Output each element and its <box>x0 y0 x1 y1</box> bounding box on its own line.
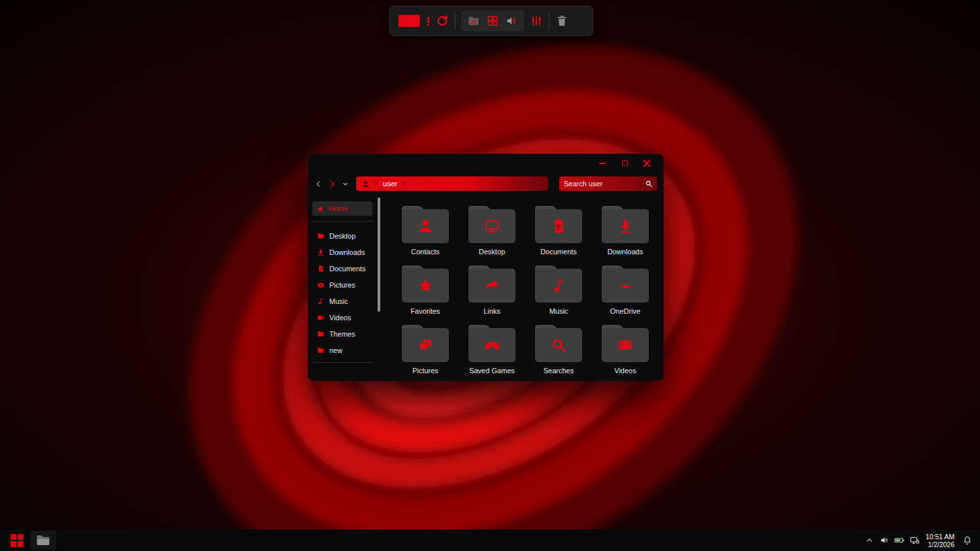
tray-battery-icon[interactable] <box>892 531 907 550</box>
download-icon <box>317 248 325 256</box>
sidebar-item-videos[interactable]: Videos <box>308 309 376 326</box>
folder-front <box>468 209 515 243</box>
sidebar: Home DesktopDownloadsDocumentsPicturesMu… <box>308 196 376 380</box>
folder-item-downloads[interactable]: Downloads <box>592 205 659 265</box>
folder-icon <box>468 328 515 362</box>
taskbar: 10:51 AM 1/2/2026 <box>0 529 980 551</box>
music-icon <box>550 277 567 294</box>
equalizer-icon[interactable] <box>530 14 543 27</box>
folder-front <box>602 209 649 243</box>
window-body: Home DesktopDownloadsDocumentsPicturesMu… <box>308 196 663 380</box>
breadcrumb-location[interactable]: user <box>383 180 397 188</box>
folder-chart-icon[interactable] <box>467 14 480 27</box>
tray-time: 10:51 AM <box>926 533 955 541</box>
folder-icon <box>317 232 325 240</box>
folder-label: Documents <box>540 248 577 256</box>
sidebar-item-label: Pictures <box>329 281 355 289</box>
camera-icon <box>317 281 325 289</box>
monitor-icon <box>483 218 500 235</box>
tray-network-display-icon[interactable] <box>907 531 922 550</box>
folder-front <box>468 269 515 303</box>
music-icon <box>317 297 325 305</box>
folder-icon <box>535 209 582 243</box>
address-bar[interactable]: user <box>356 176 548 191</box>
folder-icon <box>602 328 649 362</box>
sidebar-item-label: Downloads <box>329 248 365 256</box>
sidebar-items: DesktopDownloadsDocumentsPicturesMusicVi… <box>308 227 376 358</box>
folder-item-links[interactable]: Links <box>459 265 525 324</box>
windows-start-icon <box>10 534 24 547</box>
display-swatch-icon[interactable] <box>398 14 420 27</box>
sidebar-item-music[interactable]: Music <box>308 293 376 309</box>
maximize-button[interactable] <box>613 156 636 170</box>
folder-icon <box>468 209 515 243</box>
gamepad-icon <box>483 337 500 354</box>
folder-icon <box>402 209 449 243</box>
folder-icon <box>317 346 325 354</box>
folder-icon <box>35 533 51 548</box>
folder-item-desktop[interactable]: Desktop <box>459 205 525 265</box>
toolbar-divider <box>455 11 455 31</box>
toolbar-group <box>461 10 524 31</box>
search-box[interactable] <box>559 176 657 191</box>
folder-label: Searches <box>544 367 574 375</box>
folder-item-contacts[interactable]: Contacts <box>392 205 459 265</box>
sidebar-item-label: Videos <box>329 314 351 322</box>
tray-chevron-up-icon[interactable] <box>862 531 877 550</box>
windows-logo-icon[interactable] <box>486 14 499 27</box>
folder-front <box>535 269 582 303</box>
sidebar-item-downloads[interactable]: Downloads <box>308 244 376 260</box>
speaker-icon[interactable] <box>505 14 518 27</box>
navigation-bar: user <box>308 171 663 196</box>
sidebar-item-documents[interactable]: Documents <box>308 260 376 276</box>
desktop: ! <box>0 0 980 551</box>
folder-item-videos[interactable]: Videos <box>592 324 659 380</box>
forward-button[interactable] <box>328 180 336 188</box>
start-button[interactable] <box>4 529 30 551</box>
sidebar-item-new[interactable]: new <box>308 342 376 358</box>
taskbar-clock[interactable]: 10:51 AM 1/2/2026 <box>926 533 955 548</box>
folder-label: Videos <box>614 367 636 375</box>
folder-item-favorites[interactable]: Favorites <box>392 265 459 324</box>
folder-label: Music <box>549 307 568 315</box>
search-input[interactable] <box>564 180 645 188</box>
maximize-icon <box>622 160 628 166</box>
sidebar-item-desktop[interactable]: Desktop <box>308 227 376 244</box>
tray-date: 1/2/2026 <box>926 541 955 548</box>
search-icon <box>550 337 567 354</box>
tray-speaker-icon[interactable] <box>877 531 892 550</box>
folder-icon <box>535 269 582 303</box>
folder-item-music[interactable]: Music <box>525 265 592 324</box>
folder-label: Saved Games <box>469 367 515 375</box>
folder-front <box>535 209 582 243</box>
back-button[interactable] <box>314 180 323 188</box>
system-tray: 10:51 AM 1/2/2026 <box>862 531 976 550</box>
sidebar-item-themes[interactable]: Themes <box>308 326 376 342</box>
folder-item-onedrive[interactable]: OneDrive <box>592 265 659 324</box>
document-icon <box>317 265 325 273</box>
folder-icon <box>317 330 325 338</box>
scrollbar-thumb[interactable] <box>378 197 380 312</box>
folder-grid: ContactsDesktopDocumentsDownloadsFavorit… <box>382 196 663 380</box>
minimize-button[interactable] <box>591 156 613 170</box>
notification-bell-icon[interactable] <box>960 531 974 550</box>
folder-item-documents[interactable]: Documents <box>525 205 592 265</box>
sidebar-scrollbar[interactable] <box>376 196 382 380</box>
sidebar-item-pictures[interactable]: Pictures <box>308 276 376 293</box>
document-icon <box>550 218 567 235</box>
folder-item-pictures[interactable]: Pictures <box>392 324 459 380</box>
folder-front <box>468 328 515 362</box>
recent-locations-chevron-icon[interactable] <box>342 180 349 188</box>
folder-item-saved-games[interactable]: Saved Games <box>459 324 525 380</box>
folder-label: Pictures <box>412 367 438 375</box>
titlebar[interactable] <box>308 154 663 171</box>
sidebar-divider <box>312 362 373 363</box>
file-explorer-taskbar-button[interactable] <box>30 531 56 550</box>
refresh-icon[interactable] <box>436 14 449 27</box>
minimize-icon <box>599 163 606 164</box>
user-profile-icon <box>361 180 370 188</box>
close-button[interactable] <box>636 156 658 170</box>
trash-icon[interactable] <box>555 14 568 27</box>
folder-item-searches[interactable]: Searches <box>525 324 592 380</box>
sidebar-item-home[interactable]: Home <box>312 201 372 216</box>
